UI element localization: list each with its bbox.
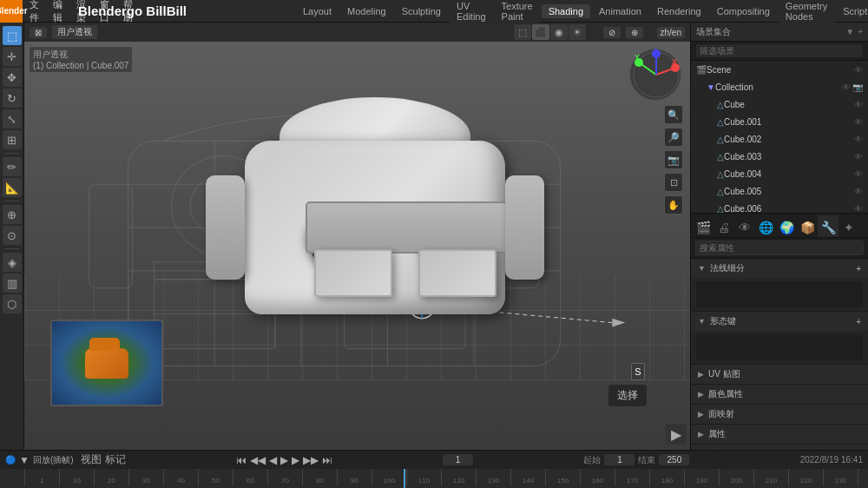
play-btn[interactable]: ▶ (280, 454, 288, 466)
frame-selected-btn[interactable]: ⊡ (664, 173, 683, 192)
shade-wireframe[interactable]: ⬚ (514, 24, 531, 40)
tool-scale[interactable]: ⤡ (3, 109, 22, 129)
timeline-mark[interactable]: 标记 (105, 452, 126, 467)
tool-transform[interactable]: ⊞ (3, 130, 22, 149)
section-direction-header[interactable]: ▶ 法向 (691, 445, 868, 450)
cube006-visibility[interactable]: 👁 (854, 204, 863, 214)
collection-visibility[interactable]: 👁 (842, 82, 851, 92)
prop-tab-particles[interactable]: ✦ (838, 215, 859, 238)
frame-start-value[interactable]: 1 (604, 454, 635, 465)
tool-extra3[interactable]: ⬡ (3, 294, 22, 313)
next-keyframe-btn[interactable]: ▶▶ (303, 454, 319, 466)
viewport-gizmo-btn[interactable]: ⊕ (626, 27, 643, 38)
gizmo-circle[interactable]: X Y Z (629, 49, 681, 101)
tool-annotate[interactable]: ✏ (3, 157, 22, 176)
prop-tab-render[interactable]: 🎬 (693, 215, 713, 238)
shade-solid[interactable]: ⬛ (532, 24, 549, 40)
playhead[interactable] (404, 469, 405, 488)
shade-material[interactable]: ◉ (550, 24, 568, 40)
zoom-in-btn[interactable]: 🔍 (664, 105, 683, 124)
grab-btn[interactable]: ✋ (664, 195, 683, 214)
outliner-item-cube004[interactable]: △ Cube.004 👁 (691, 165, 868, 182)
tool-select[interactable]: ⬚ (3, 26, 22, 45)
menu-window[interactable]: 窗口 (93, 0, 116, 22)
zh-en-toggle[interactable]: zh/en (657, 27, 685, 38)
collection-render[interactable]: 📷 (852, 82, 863, 92)
tab-modeling[interactable]: Modeling (340, 4, 393, 18)
shapekeys-add[interactable]: + (856, 317, 861, 326)
navigation-gizmo[interactable]: X Y Z (629, 49, 681, 101)
tab-compositing[interactable]: Compositing (710, 4, 777, 18)
outliner-search-input[interactable] (696, 44, 863, 57)
tool-rotate[interactable]: ↻ (3, 89, 22, 108)
prop-tab-world[interactable]: 🌍 (776, 215, 797, 238)
outliner-item-cube006[interactable]: △ Cube.006 👁 (691, 200, 868, 214)
timeline-view[interactable]: 视图 (81, 452, 102, 467)
cube004-visibility[interactable]: 👁 (854, 169, 863, 179)
cube-visibility[interactable]: 👁 (854, 100, 863, 109)
tool-move[interactable]: ✥ (3, 68, 22, 87)
outliner-item-cube002[interactable]: △ Cube.002 👁 (691, 130, 868, 148)
menu-render[interactable]: 渲染 (69, 0, 93, 22)
section-normals-header[interactable]: ▼ 法线细分 + (691, 259, 868, 278)
prop-tab-output[interactable]: 🖨 (713, 215, 734, 238)
tab-uv[interactable]: UV Editing (450, 0, 493, 23)
timeline-dropdown[interactable]: ▼ (19, 454, 30, 466)
tab-rendering[interactable]: Rendering (650, 4, 708, 18)
ruler-track[interactable]: 1 10 20 30 40 50 60 70 80 90 100 110 120… (24, 469, 868, 488)
mode-select[interactable]: 用户透视 (52, 25, 97, 39)
jump-start-btn[interactable]: ⏮ (236, 454, 247, 466)
tab-shading[interactable]: Shading (542, 4, 590, 18)
prev-frame-btn[interactable]: ◀ (269, 454, 277, 466)
section-attributes-header[interactable]: ▶ 属性 (691, 425, 868, 444)
prop-tab-object[interactable]: 📦 (797, 215, 818, 238)
tab-animation[interactable]: Animation (592, 4, 648, 18)
tool-cursor[interactable]: ✛ (3, 47, 22, 66)
prop-tab-scene[interactable]: 🌐 (755, 215, 776, 238)
section-uvmaps-header[interactable]: ▶ UV 贴图 (691, 365, 868, 384)
props-search-input[interactable] (695, 241, 864, 255)
outliner-item-cube001[interactable]: △ Cube.001 👁 (691, 113, 868, 130)
next-frame-btn[interactable]: ▶ (292, 454, 299, 466)
section-facemaps-header[interactable]: ▶ 面映射 (691, 405, 868, 424)
viewport-overlay-btn[interactable]: ⊘ (603, 27, 621, 38)
menu-edit[interactable]: 编辑 (46, 0, 69, 22)
camera-view-btn[interactable]: 📷 (664, 150, 683, 169)
normals-add[interactable]: + (856, 264, 861, 274)
tool-extra2[interactable]: ▥ (3, 274, 22, 293)
prop-tab-view[interactable]: 👁 (734, 215, 755, 238)
outliner-filter-btn[interactable]: ▼ (845, 27, 854, 36)
tool-measure[interactable]: 📐 (3, 178, 22, 197)
shade-rendered[interactable]: ☀ (569, 24, 586, 40)
outliner-item-collection[interactable]: ▼ Collection 👁 📷 (691, 78, 868, 96)
tool-add[interactable]: ⊕ (3, 205, 22, 224)
scene-visibility[interactable]: 👁 (854, 65, 863, 75)
prop-tab-modifier[interactable]: 🔧 (818, 215, 838, 238)
outliner-add-btn[interactable]: + (858, 27, 863, 36)
tool-options[interactable]: ⊙ (3, 226, 22, 245)
section-colorattr-header[interactable]: ▶ 颜色属性 (691, 385, 868, 404)
outliner-item-cube005[interactable]: △ Cube.005 👁 (691, 182, 868, 200)
section-shapekeys-header[interactable]: ▼ 形态键 + (691, 312, 868, 331)
tab-texture[interactable]: Texture Paint (495, 0, 540, 23)
view-perspective-btn[interactable]: ⊠ (30, 27, 47, 38)
cube001-visibility[interactable]: 👁 (854, 117, 863, 127)
frame-end-value[interactable]: 250 (659, 454, 689, 465)
menu-file[interactable]: 文件 (23, 0, 46, 22)
outliner-item-cube003[interactable]: △ Cube.003 👁 (691, 148, 868, 165)
jump-end-btn[interactable]: ⏭ (322, 454, 332, 466)
viewport-3d[interactable]: ⊠ 用户透视 ⬚ ⬛ ◉ ☀ ⊘ ⊕ zh/en 用户透视 (1) Collec… (24, 23, 690, 450)
zoom-out-btn[interactable]: 🔎 (664, 128, 683, 147)
outliner-item-scene[interactable]: 🎬 Scene 👁 (691, 61, 868, 78)
cube005-visibility[interactable]: 👁 (854, 187, 863, 196)
current-frame[interactable]: 1 (443, 454, 473, 465)
menu-help[interactable]: 帮助 (116, 0, 140, 22)
cube002-visibility[interactable]: 👁 (854, 135, 863, 144)
prev-keyframe-btn[interactable]: ◀◀ (250, 454, 266, 466)
outliner-item-cube[interactable]: △ Cube 👁 (691, 96, 868, 113)
cube003-visibility[interactable]: 👁 (854, 152, 863, 162)
tool-extra1[interactable]: ◈ (3, 253, 22, 272)
tab-layout[interactable]: Layout (296, 4, 339, 18)
tab-scripting[interactable]: Scripting (836, 4, 868, 18)
render-preview-btn[interactable]: ▶ (666, 424, 687, 445)
